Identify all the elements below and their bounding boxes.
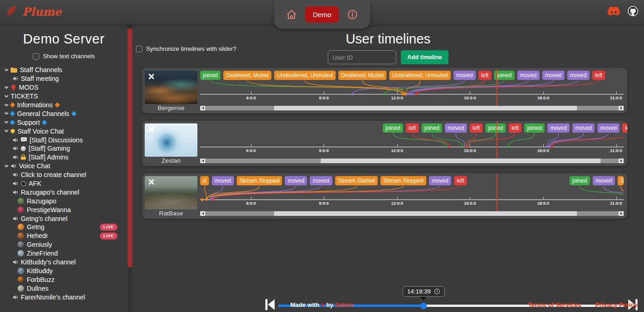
scroll-right-arrow-icon[interactable] [619, 106, 624, 110]
event-badge[interactable]: joined [200, 71, 221, 80]
demo-button[interactable]: Demo [305, 6, 338, 23]
event-badge[interactable]: moved [572, 123, 595, 133]
event-badge[interactable]: Stream Started [335, 176, 378, 185]
sidebar-item[interactable]: HehedrLIVE [0, 232, 128, 240]
sidebar-item[interactable]: GetngLIVE [0, 223, 128, 232]
sidebar-item[interactable]: [Staff] Gaming [0, 144, 128, 153]
sidebar-item[interactable]: Razugapo [0, 196, 128, 205]
sidebar-item[interactable]: [Staff] Discussions [0, 135, 128, 144]
sync-timelines-checkbox[interactable] [136, 46, 142, 52]
home-icon[interactable] [286, 9, 297, 20]
event-badge[interactable]: left [509, 123, 521, 133]
event-badge[interactable]: moved [593, 176, 615, 185]
scroll-left-arrow-icon[interactable] [200, 211, 205, 216]
sidebar-item[interactable]: Click to create channel [0, 171, 128, 179]
event-badge[interactable]: left [470, 123, 483, 133]
sidebar-item[interactable]: Dullnes [0, 284, 128, 293]
event-badge[interactable]: Undeafened, Unmuted [274, 71, 336, 80]
sidebar-item[interactable]: Staff meeting [0, 74, 128, 83]
privacy-policy-link[interactable]: Privacy Policy [595, 301, 638, 308]
sidebar-item[interactable]: AFK [0, 179, 128, 188]
event-badge[interactable]: moved [445, 123, 467, 133]
scroll-right-arrow-icon[interactable] [619, 211, 624, 216]
event-badge[interactable]: S [618, 176, 624, 185]
sidebar-item[interactable]: MODS [0, 83, 128, 92]
event-badge[interactable]: joined [485, 123, 506, 133]
timeline-scrollbar[interactable] [200, 211, 624, 216]
event-badge[interactable]: joined [383, 123, 403, 133]
event-badge[interactable]: Deafened, Muted [223, 71, 271, 80]
event-badge[interactable]: moved [547, 123, 570, 133]
event-badge[interactable]: joined [524, 123, 545, 133]
event-badge[interactable]: Deafened, Muted [338, 71, 386, 80]
sidebar-item[interactable]: Staff Voice Chat [0, 127, 128, 135]
event-badge[interactable]: moved [517, 71, 540, 80]
sidebar-item[interactable]: Getng's channel [0, 214, 128, 223]
sidebar-item[interactable]: KitBuddy's channel [0, 258, 128, 267]
event-badge[interactable]: moved [454, 71, 476, 80]
close-icon[interactable] [147, 178, 155, 186]
close-icon[interactable] [147, 73, 155, 80]
discord-icon[interactable] [607, 6, 620, 16]
scroll-right-arrow-icon[interactable] [619, 159, 624, 163]
sidebar-item[interactable]: [Staff] Admins [0, 153, 128, 162]
event-badge[interactable]: left [454, 176, 467, 185]
timeline-scrollbar[interactable] [200, 159, 624, 163]
scroll-left-arrow-icon[interactable] [200, 106, 205, 110]
scroll-left-arrow-icon[interactable] [200, 159, 205, 163]
author-link[interactable]: Seblor [335, 301, 354, 308]
timeline-scrollbar[interactable] [200, 106, 624, 110]
event-badge[interactable]: d [200, 176, 209, 185]
sidebar-item[interactable]: Geniusly [0, 240, 128, 249]
close-icon[interactable] [147, 125, 155, 133]
event-badge[interactable]: moved [212, 176, 234, 185]
terms-of-services-link[interactable]: Terms of Services [528, 301, 581, 308]
channel-label: KitBuddy [27, 267, 53, 275]
timeline-scrollbar-thumb[interactable] [321, 159, 601, 163]
sidebar-item[interactable]: ZineFriend [0, 249, 128, 258]
sidebar-item[interactable]: Informations [0, 101, 128, 110]
channel-label: MODS [19, 84, 38, 91]
event-badge[interactable]: moved [597, 123, 619, 133]
user-id-input[interactable] [328, 50, 396, 64]
sidebar-item[interactable]: Voice Chat [0, 162, 128, 171]
sidebar-item[interactable]: TICKETS [0, 92, 128, 101]
event-badge[interactable]: Stream Stopped [380, 176, 426, 185]
timeline-scrollbar-thumb[interactable] [274, 106, 577, 110]
event-badge[interactable]: moved [542, 71, 564, 80]
event-badge[interactable]: left [406, 123, 419, 133]
sidebar-scrollbar[interactable] [128, 29, 132, 267]
brand[interactable]: Plume [6, 5, 61, 18]
event-badge[interactable]: left [478, 71, 491, 80]
heart-icon: ♥ [321, 301, 325, 308]
sidebar-item[interactable]: Razugapo's channel [0, 188, 128, 196]
event-badge[interactable]: moved [285, 176, 307, 185]
show-text-channels-checkbox[interactable] [33, 53, 39, 60]
event-badge[interactable]: joined [570, 176, 590, 185]
event-badge[interactable]: left [622, 123, 627, 133]
user-thumbnail [145, 123, 197, 157]
info-icon[interactable] [347, 9, 358, 20]
sidebar-item[interactable]: General Channels [0, 109, 128, 118]
channel-label: Staff Voice Chat [18, 128, 64, 135]
add-timeline-button[interactable]: Add timeline [401, 50, 448, 64]
speaker-icon [12, 190, 18, 195]
sidebar-item[interactable]: PrestigeWanna [0, 205, 128, 214]
event-badge[interactable]: joined [422, 123, 442, 133]
event-badge[interactable]: moved [310, 176, 332, 185]
event-badge[interactable]: moved [567, 71, 589, 80]
top-bar: Plume Demo [0, 0, 644, 25]
event-badge[interactable]: Stream Stopped [237, 176, 282, 185]
github-icon[interactable] [627, 6, 638, 17]
event-badge[interactable]: moved [429, 176, 451, 185]
sidebar-item[interactable]: KitBuddy [0, 266, 128, 275]
chevron-down-icon [5, 102, 8, 106]
event-badge[interactable]: Undeafened, Unmuted [389, 71, 451, 80]
sidebar-item[interactable]: Staff Channels [0, 66, 128, 74]
sidebar-item[interactable]: ForbBuzz [0, 275, 128, 284]
sidebar-item[interactable]: Support [0, 118, 128, 127]
channel-label: AFK [29, 180, 41, 187]
diamond-blue-icon [11, 112, 14, 116]
timeline-scrollbar-thumb[interactable] [274, 211, 577, 216]
event-badge[interactable]: left [592, 71, 605, 80]
